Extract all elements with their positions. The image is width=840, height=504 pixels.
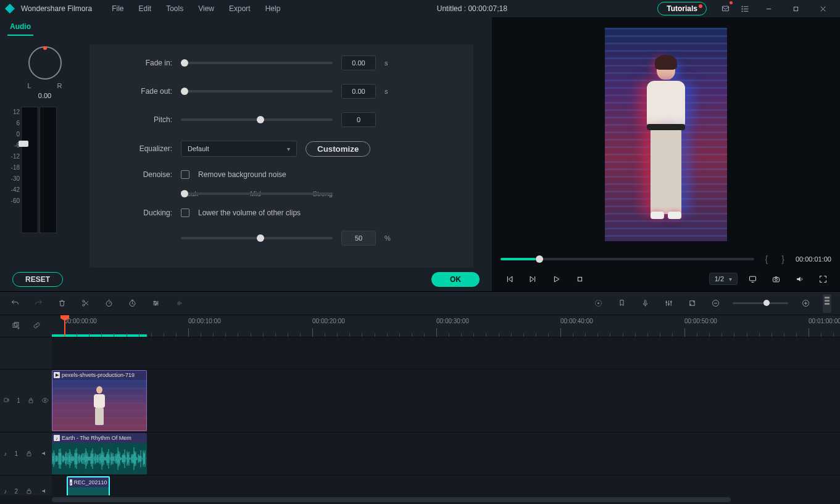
audio-mixer-icon[interactable] [662,297,675,310]
vu-bar-right [40,107,57,233]
customize-button[interactable]: Customize [306,141,370,157]
zoom-out-icon[interactable] [709,297,721,310]
record-voiceover-icon[interactable] [639,297,651,310]
equalizer-select[interactable]: Default ▾ [181,141,297,157]
tab-audio[interactable]: Audio [7,19,33,36]
prev-frame-button[interactable] [501,270,518,287]
menu-tools[interactable]: Tools [160,2,189,15]
preview-quality-select[interactable]: 1/2▾ [709,273,738,285]
fade-in-slider[interactable] [181,62,333,64]
tutorials-button[interactable]: Tutorials [657,2,707,15]
time-label: 00:00:00:00 [64,318,97,324]
zoom-slider[interactable] [733,302,788,304]
next-frame-button[interactable] [524,270,541,287]
split-icon[interactable] [79,297,91,310]
fade-out-slider[interactable] [181,90,333,93]
svg-rect-38 [665,302,667,303]
stop-button[interactable] [571,270,588,287]
audio-stretch-icon[interactable] [173,297,185,310]
crop-icon[interactable] [686,297,698,310]
ducking-slider[interactable] [181,237,333,239]
clip-recording[interactable]: ♪REC_202110 [67,476,110,495]
pan-L-label: L [28,82,31,89]
lock-icon[interactable] [25,487,33,496]
menu-edit[interactable]: Edit [133,2,158,15]
audio-panel: Audio LR 0.00 12 6 0 -6 -12 -18 [0,17,492,291]
volume-fader[interactable] [19,141,28,147]
lock-icon[interactable] [27,397,35,405]
pan-knob[interactable] [28,46,62,80]
mute-icon[interactable] [41,487,48,496]
time-label: 00:01:00:00 [809,318,840,324]
ducking-value[interactable]: 50 [341,231,376,246]
time-label: 00:00:50:00 [684,318,717,324]
window-minimize-button[interactable] [756,0,781,17]
denoise-slider[interactable] [181,192,333,195]
menu-file[interactable]: File [106,2,130,15]
volume-icon[interactable] [791,270,808,287]
clip-video[interactable]: ▶pexels-shvets-production-719 [52,370,147,431]
pitch-label: Pitch: [104,115,172,124]
timeline-tracks: 1 ▶pexels-shvets-production-719 ♪1 [0,337,840,495]
delete-icon[interactable] [56,297,68,310]
add-track-icon[interactable] [11,321,20,332]
play-button[interactable] [547,270,565,287]
menu-help[interactable]: Help [259,2,287,15]
timeline-scrollbar[interactable] [0,495,840,504]
auto-ripple-toggle[interactable] [823,294,831,313]
svg-rect-49 [13,323,17,327]
denoise-label: Denoise: [104,170,172,179]
ducking-text: Lower the volume of other clips [198,209,301,217]
fade-out-value[interactable]: 0.00 [341,84,376,99]
vu-meter: 12 6 0 -6 -12 -18 -30 -42 -60 [4,107,86,233]
pan-area: LR 0.00 12 6 0 -6 -12 -18 -30 -42 -60 [0,37,89,268]
pan-value: 0.00 [38,92,51,99]
chevron-down-icon: ▾ [287,146,290,152]
zoom-in-icon[interactable] [799,297,812,310]
menu-view[interactable]: View [192,2,220,15]
mute-icon[interactable] [41,450,48,458]
clip-audio[interactable]: ♪Earth - The Rhythm Of Mem [52,433,147,474]
speed-icon[interactable] [102,297,115,310]
redo-icon[interactable] [32,297,44,310]
playhead[interactable] [64,315,65,337]
eye-icon[interactable] [41,397,49,405]
fade-in-value[interactable]: 0.00 [341,56,376,70]
app-logo-icon [5,4,15,14]
notifications-icon[interactable] [717,0,734,17]
denoise-checkbox[interactable] [181,170,189,179]
render-preview-icon[interactable] [592,297,604,310]
equalizer-label: Equalizer: [104,144,172,153]
pitch-value[interactable]: 0 [341,112,376,127]
mark-out-icon[interactable]: } [779,254,787,264]
panel-tabbar: Audio [0,17,492,37]
display-settings-icon[interactable] [744,270,761,287]
svg-point-33 [597,302,599,304]
main-area: Audio LR 0.00 12 6 0 -6 -12 -18 [0,17,840,291]
marker-icon[interactable] [615,297,628,310]
play-icon: ▶ [54,372,60,378]
window-maximize-button[interactable] [783,0,808,17]
undo-icon[interactable] [9,297,21,310]
time-label: 00:00:10:00 [188,318,221,324]
preview-panel: { } 00:00:01:00 1/2▾ [492,17,840,291]
pitch-slider[interactable] [181,118,333,121]
fullscreen-icon[interactable] [814,270,831,287]
track-audio-2: ♪2 ♪REC_202110 [0,476,840,495]
lock-icon[interactable] [25,450,33,458]
ducking-checkbox[interactable] [181,209,189,217]
menu-export[interactable]: Export [223,2,257,15]
reset-button[interactable]: RESET [12,272,63,287]
ok-button[interactable]: OK [431,272,480,287]
snapshot-icon[interactable] [767,270,784,287]
duration-icon[interactable] [126,297,138,310]
timeline-ruler[interactable]: 00:00:00:0000:00:10:0000:00:20:0000:00:3… [52,315,840,337]
preview-viewport[interactable] [492,17,840,252]
scrub-slider[interactable] [501,258,754,260]
color-match-icon[interactable] [149,297,162,310]
audio-editor: LR 0.00 12 6 0 -6 -12 -18 -30 -42 -60 [0,37,492,268]
task-list-icon[interactable] [736,0,754,17]
window-close-button[interactable] [810,0,835,17]
mark-in-icon[interactable]: { [763,254,771,264]
link-icon[interactable] [32,321,41,332]
